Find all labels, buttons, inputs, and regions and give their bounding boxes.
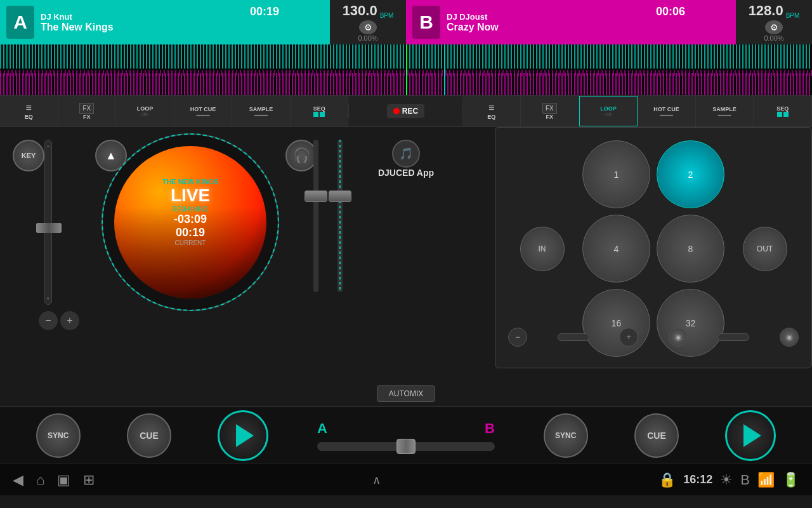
fader-area-a: [313, 140, 343, 292]
play-button-a[interactable]: [218, 410, 268, 461]
play-button-b[interactable]: [725, 410, 776, 461]
key-button[interactable]: KEY: [13, 140, 44, 171]
deck-a-letter: A: [6, 6, 34, 39]
headphone-button[interactable]: 🎧: [285, 140, 317, 171]
loop-btn-32[interactable]: 32: [657, 289, 724, 357]
vinyl-current-label: CURRENT: [162, 239, 219, 246]
sync-button-a[interactable]: SYNC: [36, 413, 81, 458]
crossfader-section: A B: [304, 420, 508, 451]
deck-a-header: A DJ Knut The New Kings 00:19: [0, 0, 330, 44]
djuced-logo: 🎵 DJUCED App: [378, 140, 434, 178]
pitch-fader-a[interactable]: [337, 140, 343, 292]
bpm-a-area: 130.0 BPM ⚙ 0.00%: [330, 0, 406, 44]
toolbar-seq-a[interactable]: SEQ: [291, 96, 349, 126]
vinyl-a[interactable]: THE NEW KINGS LIVE REMAINING -03:09 00:1…: [102, 133, 279, 311]
deck-a-info: DJ Knut The New Kings: [41, 12, 324, 33]
status-left: ◀ ⌂ ▣ ⊞: [13, 472, 95, 488]
toolbar-eq-a[interactable]: ≡ EQ: [0, 96, 58, 126]
bpm-a-label: BPM: [380, 12, 394, 19]
status-bar: ◀ ⌂ ▣ ⊞ ∧ 🔒 16:12 ☀ B 📶 🔋: [0, 464, 812, 495]
toolbar-sample-a[interactable]: SAMPLE ▬▬▬: [232, 96, 291, 126]
home-icon[interactable]: ⌂: [36, 472, 44, 488]
vol-handle-a[interactable]: [36, 223, 62, 233]
deck-b-letter: B: [412, 6, 440, 39]
bpm-a-value: 130.0: [343, 3, 377, 19]
playhead-line: [406, 44, 407, 95]
recent-icon[interactable]: ▣: [57, 472, 70, 488]
loop-knob-left[interactable]: ◉: [669, 328, 688, 347]
loop-btn-out[interactable]: OUT: [743, 227, 787, 271]
cue-button-b[interactable]: CUE: [634, 413, 679, 458]
deck-b-time: 00:06: [656, 5, 685, 18]
cue-button-a[interactable]: CUE: [127, 413, 171, 458]
vol-fader-a: − + − +: [44, 140, 52, 305]
toolbar-eq-b[interactable]: ≡ EQ: [462, 96, 521, 126]
crossfader-handle[interactable]: [396, 439, 416, 454]
deck-b-info: DJ DJoust Crazy Now: [447, 12, 730, 33]
waveform-area: [0, 44, 812, 95]
battery-icon: 🔋: [782, 472, 799, 488]
lock-icon: 🔒: [658, 472, 676, 488]
play-icon-a: [236, 424, 254, 447]
logo-icon: 🎵: [392, 140, 420, 168]
center-section: 🎵 DJUCED App: [355, 127, 457, 381]
status-right: 🔒 16:12 ☀ B 📶 🔋: [658, 472, 799, 488]
vinyl-band-name: THE NEW KINGS: [162, 178, 219, 185]
loop-btn-8[interactable]: 8: [657, 215, 724, 283]
toolbar-sample-b[interactable]: SAMPLE ▬▬▬: [696, 96, 754, 126]
vol-max-label: +: [46, 295, 49, 302]
qr-icon[interactable]: ⊞: [83, 472, 95, 488]
loop-btn-1[interactable]: 1: [582, 140, 650, 208]
loop-plus-btn[interactable]: +: [619, 328, 638, 347]
toolbar-hotcue-a[interactable]: HOT CUE ▬▬▬: [174, 96, 233, 126]
bpm-a-gear[interactable]: ⚙: [359, 20, 377, 34]
loop-btn-16[interactable]: 16: [582, 289, 650, 357]
bpm-b-gear[interactable]: ⚙: [765, 20, 783, 34]
brightness-icon[interactable]: ☀: [720, 472, 733, 488]
deck-a-dj: DJ Knut: [41, 12, 324, 22]
loop-btn-4[interactable]: 4: [582, 215, 650, 283]
cf-label-b: B: [485, 420, 495, 437]
deck-a-track: The New Kings: [41, 22, 324, 33]
bt-icon: B: [740, 472, 750, 488]
main-area: KEY ▲ 🎧 − + − + THE NEW KINGS: [0, 127, 812, 381]
bpm-b-percent: 0.00%: [764, 34, 783, 42]
toolbar-rec[interactable]: REC: [348, 104, 462, 118]
toolbar-hotcue-b[interactable]: HOT CUE ▬▬▬: [638, 96, 696, 126]
toolbar-fx-a[interactable]: FX FX: [58, 96, 117, 126]
automix-button[interactable]: AUTOMIX: [377, 385, 435, 402]
loop-minus-btn[interactable]: −: [508, 328, 527, 347]
loop-bar-left: [558, 333, 589, 341]
automix-bar: AUTOMIX: [0, 381, 812, 406]
loop-btn-2[interactable]: 2: [657, 140, 724, 208]
loop-btn-in[interactable]: IN: [520, 227, 565, 271]
deck-b-track: Crazy Now: [447, 22, 730, 33]
loop-knob-right[interactable]: ◉: [780, 328, 799, 347]
bpm-b-label: BPM: [786, 12, 800, 19]
toolbar-seq-b[interactable]: SEQ: [754, 96, 812, 126]
sync-button-b[interactable]: SYNC: [544, 413, 588, 458]
vinyl-remaining-time: -03:09: [162, 213, 219, 226]
channel-fader-a[interactable]: [313, 140, 318, 292]
bpm-b-area: 128.0 BPM ⚙ 0.00%: [736, 0, 812, 44]
toolbar-fx-b[interactable]: FX FX: [521, 96, 579, 126]
vol-plus-a[interactable]: +: [60, 311, 79, 330]
status-time: 16:12: [683, 473, 712, 486]
playhead-b-line: [444, 44, 445, 95]
center-chevron: ∧: [372, 473, 381, 487]
vol-min-label: −: [46, 143, 49, 149]
wifi-icon: 📶: [757, 472, 775, 488]
vol-minus-a[interactable]: −: [39, 311, 58, 330]
toolbar-loop-a[interactable]: LOOP ◁ ▷: [116, 96, 174, 126]
vinyl-remaining-label: REMAINING: [162, 206, 219, 213]
bpm-b-value: 128.0: [749, 3, 783, 19]
loop-buttons-grid: 1 2 IN 4 8 OUT 16 32: [502, 134, 805, 324]
logo-text: DJUCED App: [378, 168, 434, 178]
deck-a-controls: SYNC CUE: [0, 410, 304, 461]
loop-panel: 1 2 IN 4 8 OUT 16 32 − + ◉ ◉: [495, 127, 812, 368]
toolbar-loop-b[interactable]: LOOP ◁ ▷: [579, 96, 638, 126]
vinyl-current-time: 00:19: [162, 226, 219, 239]
back-icon[interactable]: ◀: [13, 472, 23, 488]
crossfader-track[interactable]: [317, 442, 495, 451]
bottom-controls: SYNC CUE A B SYNC CUE: [0, 406, 812, 464]
